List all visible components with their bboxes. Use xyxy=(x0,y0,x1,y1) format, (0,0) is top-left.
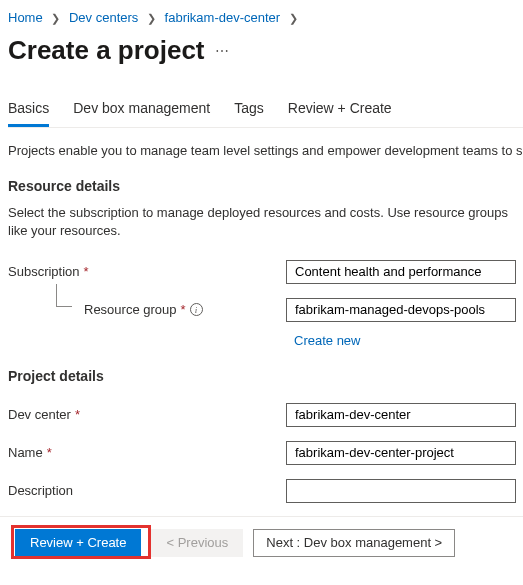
required-indicator: * xyxy=(84,264,89,279)
breadcrumb-home[interactable]: Home xyxy=(8,10,43,25)
name-input[interactable] xyxy=(286,441,516,465)
page-title: Create a project xyxy=(8,35,205,66)
next-button[interactable]: Next : Dev box management > xyxy=(253,529,455,557)
tab-tags[interactable]: Tags xyxy=(234,94,264,127)
breadcrumb-devcenters[interactable]: Dev centers xyxy=(69,10,138,25)
tab-devbox[interactable]: Dev box management xyxy=(73,94,210,127)
tabs: Basics Dev box management Tags Review + … xyxy=(8,94,523,127)
tab-review[interactable]: Review + Create xyxy=(288,94,392,127)
dev-center-input[interactable] xyxy=(286,403,516,427)
review-create-button[interactable]: Review + Create xyxy=(15,529,141,557)
required-indicator: * xyxy=(75,407,80,422)
dev-center-label: Dev center xyxy=(8,407,71,422)
previous-button: < Previous xyxy=(151,529,243,557)
resource-group-input[interactable] xyxy=(286,298,516,322)
create-new-link[interactable]: Create new xyxy=(294,333,523,348)
chevron-right-icon: ❯ xyxy=(51,12,60,24)
tree-connector-icon xyxy=(44,298,80,322)
resource-group-label: Resource group xyxy=(84,302,177,317)
project-details-heading: Project details xyxy=(8,368,523,384)
intro-text: Projects enable you to manage team level… xyxy=(8,142,523,160)
description-label: Description xyxy=(8,483,73,498)
tab-basics[interactable]: Basics xyxy=(8,94,49,127)
subscription-label: Subscription xyxy=(8,264,80,279)
resource-details-sub: Select the subscription to manage deploy… xyxy=(8,204,523,240)
subscription-input[interactable] xyxy=(286,260,516,284)
chevron-right-icon: ❯ xyxy=(289,12,298,24)
chevron-right-icon: ❯ xyxy=(147,12,156,24)
resource-details-heading: Resource details xyxy=(8,178,523,194)
breadcrumb: Home ❯ Dev centers ❯ fabrikam-dev-center… xyxy=(8,8,523,31)
more-actions-icon[interactable]: ⋯ xyxy=(215,43,229,59)
required-indicator: * xyxy=(181,302,186,317)
name-label: Name xyxy=(8,445,43,460)
info-icon[interactable]: i xyxy=(190,303,203,316)
description-input[interactable] xyxy=(286,479,516,503)
breadcrumb-current[interactable]: fabrikam-dev-center xyxy=(165,10,281,25)
footer-bar: Review + Create < Previous Next : Dev bo… xyxy=(0,516,523,569)
required-indicator: * xyxy=(47,445,52,460)
